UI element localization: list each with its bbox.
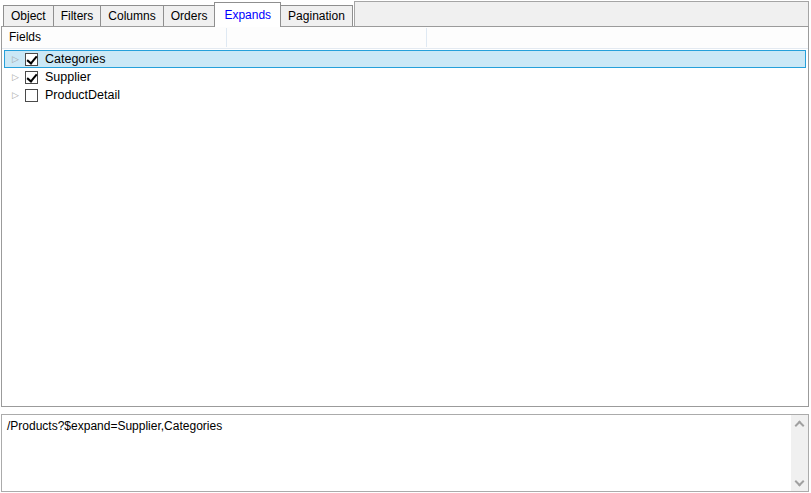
- tree-item-label: Categories: [45, 52, 105, 66]
- tree-item-categories[interactable]: Categories: [4, 50, 806, 68]
- tab-columns[interactable]: Columns: [100, 5, 163, 26]
- query-preview-text: /Products?$expand=Supplier,Categories: [7, 419, 222, 433]
- scroll-down-button[interactable]: [791, 474, 808, 491]
- column-separator: [226, 28, 227, 47]
- tree-item-supplier[interactable]: Supplier: [4, 68, 806, 86]
- column-separator: [426, 28, 427, 47]
- expands-tab-page: Fields Categories Supplier ProductDetail: [1, 26, 809, 407]
- query-preview-box[interactable]: /Products?$expand=Supplier,Categories: [1, 414, 809, 492]
- tab-object[interactable]: Object: [3, 5, 54, 26]
- vertical-scrollbar[interactable]: [791, 415, 808, 491]
- scroll-up-button[interactable]: [791, 415, 808, 432]
- tree-item-label: Supplier: [45, 70, 91, 84]
- chevron-up-icon: [795, 420, 805, 430]
- chevron-down-icon: [795, 476, 805, 486]
- fields-tree: Categories Supplier ProductDetail: [2, 50, 808, 104]
- tab-orders[interactable]: Orders: [163, 5, 216, 26]
- tree-item-productdetail[interactable]: ProductDetail: [4, 86, 806, 104]
- expand-chevron-icon[interactable]: [10, 55, 21, 64]
- tree-item-label: ProductDetail: [45, 88, 120, 102]
- categories-checkbox[interactable]: [25, 53, 38, 66]
- fields-header-label: Fields: [9, 27, 41, 48]
- expand-chevron-icon[interactable]: [10, 91, 21, 100]
- productdetail-checkbox[interactable]: [25, 89, 38, 102]
- tab-filters[interactable]: Filters: [53, 5, 102, 26]
- tab-expands[interactable]: Expands: [214, 2, 281, 27]
- tab-pagination[interactable]: Pagination: [280, 5, 353, 26]
- supplier-checkbox[interactable]: [25, 71, 38, 84]
- tab-strip: Object Filters Columns Orders Expands Pa…: [0, 0, 811, 26]
- tab-strip-filler: [354, 1, 809, 26]
- expand-chevron-icon[interactable]: [10, 73, 21, 82]
- fields-column-header[interactable]: Fields: [2, 27, 808, 49]
